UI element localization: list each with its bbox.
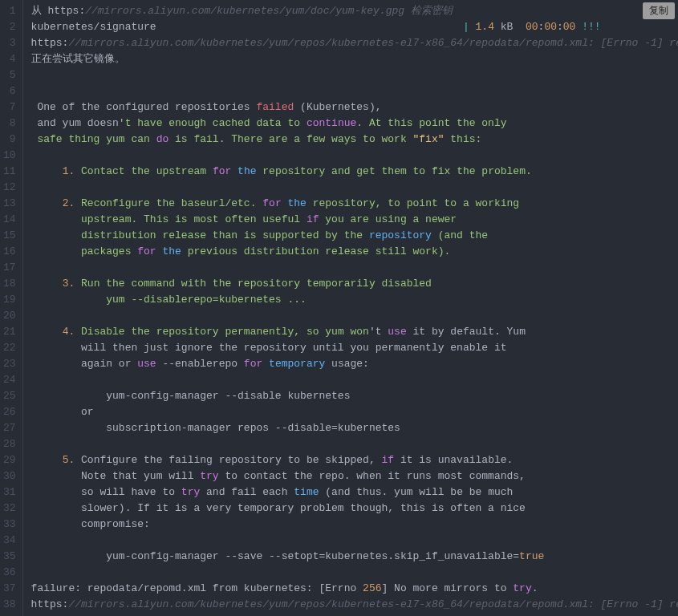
line-number: 36: [3, 565, 16, 581]
code-token: https:: [31, 598, 69, 610]
code-token: time: [294, 486, 319, 498]
code-line: kubernetes/signature | 1.4 kB 00:00:00 !…: [31, 19, 678, 35]
code-token: try: [513, 582, 531, 594]
code-token: 00: [563, 21, 576, 33]
code-content[interactable]: 从 https://mirrors.aliyun.com/kubernetes/…: [23, 0, 678, 616]
line-number: 37: [3, 581, 16, 597]
code-line: packages for the previous distribution r…: [31, 244, 678, 260]
code-token: use: [388, 326, 406, 338]
line-number: 24: [3, 372, 16, 388]
code-token: [231, 165, 238, 177]
line-number: 13: [3, 196, 16, 212]
code-line: [31, 83, 678, 99]
line-number: 19: [3, 292, 16, 308]
code-line: [31, 436, 678, 452]
line-number: 28: [3, 436, 16, 452]
code-token: repository and get them to fix the probl…: [257, 165, 532, 177]
code-token: 正在尝试其它镜像。: [31, 53, 125, 65]
code-token: 从 https:: [31, 5, 86, 17]
code-line: upstream. This is most often useful if y…: [31, 212, 678, 228]
code-token: do: [156, 133, 169, 145]
line-number: 21: [3, 324, 16, 340]
code-token: (Kubernetes),: [294, 101, 381, 113]
code-line: [31, 372, 678, 388]
line-number: 25: [3, 388, 16, 404]
code-token: Run the command with the repository temp…: [75, 278, 432, 290]
code-token: and fail each: [200, 486, 294, 498]
code-line: 正在尝试其它镜像。: [31, 51, 678, 67]
code-token: |: [463, 21, 469, 33]
code-token: //mirrors.aliyun.com/kubernetes/yum/repo…: [68, 37, 678, 49]
code-token: . At this point the only: [356, 117, 506, 129]
code-token: 00: [526, 21, 538, 33]
code-token: it is unavailable.: [394, 454, 513, 466]
line-number: 22: [3, 340, 16, 356]
code-line: yum --disablerepo=kubernetes ...: [31, 292, 678, 308]
code-token: again or: [31, 358, 138, 370]
code-token: [282, 197, 288, 209]
line-number: 31: [3, 484, 16, 500]
code-token: repository: [369, 229, 432, 241]
code-token: safe thing yum can: [31, 133, 156, 145]
code-token: for: [213, 165, 231, 177]
code-line: [31, 565, 678, 581]
code-line: subscription-manager repos --disable=kub…: [31, 420, 678, 436]
line-number: 27: [3, 420, 16, 436]
line-number: 10: [3, 148, 16, 164]
code-token: the: [288, 197, 307, 209]
code-line: 2. Reconfigure the baseurl/etc. for the …: [31, 196, 678, 212]
code-token: [31, 197, 63, 209]
code-line: failure: repodata/repomd.xml from kubern…: [31, 581, 678, 597]
code-token: so will have to: [31, 486, 181, 498]
code-token: One of the configured repositories: [31, 101, 257, 113]
code-token: it by default. Yum: [407, 326, 526, 338]
code-line: [31, 180, 678, 196]
code-token: (and the: [432, 229, 488, 241]
code-line: or: [31, 404, 678, 420]
line-number: 20: [3, 308, 16, 324]
code-token: yum --disablerepo=kubernetes ...: [31, 294, 307, 306]
code-line: will then just ignore the repository unt…: [31, 340, 678, 356]
line-number: 26: [3, 404, 16, 420]
code-token: //mirrors.aliyun.com/kubernetes/yum/doc/…: [85, 5, 453, 17]
line-number: 2: [3, 19, 16, 35]
code-token: usage:: [325, 358, 369, 370]
code-token: https:: [31, 37, 69, 49]
code-token: .: [532, 582, 538, 594]
code-token: 256: [363, 582, 381, 594]
code-line: [31, 67, 678, 83]
code-token: subscription-manager repos --disable=kub…: [31, 422, 400, 434]
code-token: Contact the upstream: [75, 165, 213, 177]
line-number: 11: [3, 164, 16, 180]
code-token: ] No more mirrors to: [381, 582, 513, 594]
code-token: compromise:: [31, 518, 150, 530]
line-number: 8: [3, 116, 16, 132]
code-token: to contact the repo. when it runs most c…: [219, 470, 526, 482]
code-token: 4.: [63, 326, 75, 338]
code-token: true: [519, 550, 544, 562]
code-token: 1.4: [476, 21, 494, 33]
code-token: 2.: [63, 197, 75, 209]
line-number: 34: [3, 533, 16, 549]
line-number: 32: [3, 500, 16, 517]
line-number: 7: [3, 99, 16, 116]
copy-button[interactable]: 复制: [643, 2, 675, 19]
code-token: Reconfigure the baseurl/etc.: [75, 197, 262, 209]
line-number: 35: [3, 549, 16, 565]
code-token: upstream. This is most often useful: [31, 213, 307, 225]
code-token: [469, 21, 476, 33]
code-token: [31, 278, 63, 290]
line-number: 6: [3, 83, 16, 99]
code-token: !!!: [582, 21, 600, 33]
code-token: previous distribution release still work…: [181, 245, 450, 257]
code-editor: 1234567891011121314151617181920212223242…: [0, 0, 678, 616]
code-token: for: [244, 358, 262, 370]
line-number: 9: [3, 132, 16, 148]
code-token: the: [238, 165, 256, 177]
code-token: if: [307, 213, 319, 225]
code-line: yum-config-manager --save --setopt=kuber…: [31, 549, 678, 565]
code-token: yum-config-manager --save --setopt=kuber…: [31, 550, 520, 562]
code-token: kB: [494, 21, 526, 33]
line-number: 38: [3, 597, 16, 613]
line-number: 4: [3, 51, 16, 67]
